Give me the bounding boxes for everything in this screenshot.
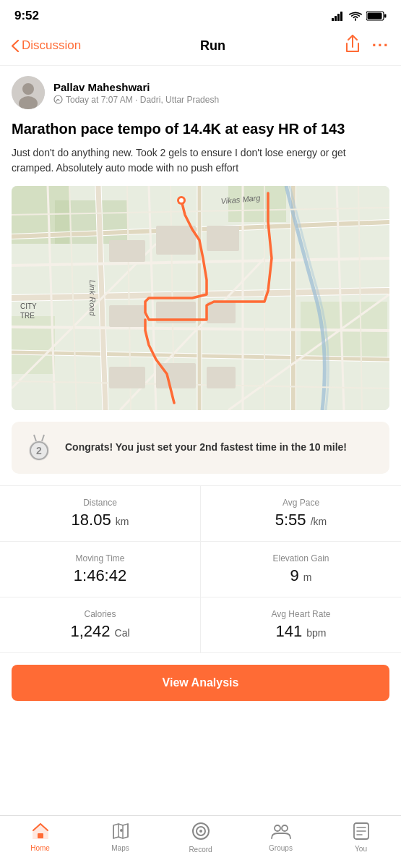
battery-icon: [366, 11, 387, 21]
user-info: Pallav Maheshwari Today at 7:07 AM · Dad…: [53, 81, 219, 105]
achievement-text: Congrats! You just set your 2nd fastest …: [65, 441, 347, 455]
distance-label: Distance: [14, 498, 186, 508]
nav-actions: ···: [345, 35, 389, 56]
map-container[interactable]: Vikas Marg Link Road CITY TRE: [12, 186, 389, 410]
nav-title: Run: [200, 38, 225, 54]
map-svg: Vikas Marg Link Road CITY TRE: [12, 186, 389, 410]
svg-point-59: [179, 198, 184, 203]
svg-rect-5: [384, 14, 387, 18]
avg-pace-value: 5:55 /km: [215, 511, 387, 529]
signal-icon: [332, 12, 345, 21]
stat-elevation: Elevation Gain 9 m: [201, 542, 401, 597]
status-icons: [332, 11, 387, 21]
stat-avg-pace: Avg Pace 5:55 /km: [201, 486, 401, 541]
back-button[interactable]: Discussion: [12, 38, 81, 53]
svg-rect-65: [38, 833, 43, 838]
svg-text:2: 2: [36, 445, 42, 456]
post-title: Marathon pace tempo of 14.4K at easy HR …: [12, 119, 389, 138]
tab-you-label: You: [355, 845, 367, 853]
user-section: Pallav Maheshwari Today at 7:07 AM · Dad…: [0, 66, 401, 116]
tab-maps[interactable]: Maps: [80, 823, 160, 852]
svg-point-8: [22, 83, 34, 95]
svg-text:TRE: TRE: [20, 312, 35, 320]
post-body: Just don't do anything new. Took 2 gels …: [12, 145, 389, 176]
avg-pace-label: Avg Pace: [215, 498, 387, 508]
user-meta: Today at 7:07 AM · Dadri, Uttar Pradesh: [53, 95, 219, 105]
user-meta-text: Today at 7:07 AM · Dadri, Uttar Pradesh: [66, 95, 219, 105]
svg-point-74: [282, 825, 288, 831]
svg-rect-3: [340, 12, 342, 21]
achievement-banner: 2 Congrats! You just set your 2nd fastes…: [12, 422, 389, 474]
svg-rect-1: [335, 16, 337, 21]
wifi-icon: [349, 12, 362, 21]
svg-point-69: [120, 829, 123, 832]
heart-rate-value: 141 bpm: [215, 622, 387, 641]
svg-point-72: [199, 830, 202, 833]
stat-calories: Calories 1,242 Cal: [0, 597, 201, 652]
stats-row-2: Moving Time 1:46:42 Elevation Gain 9 m: [0, 542, 401, 597]
avatar: [12, 76, 45, 109]
svg-line-63: [34, 435, 36, 441]
back-label: Discussion: [22, 38, 81, 53]
stats-grid: Distance 18.05 km Avg Pace 5:55 /km Movi…: [0, 485, 401, 653]
svg-rect-2: [337, 14, 340, 21]
tab-bar: Home Maps Record: [0, 815, 401, 868]
tab-you[interactable]: You: [321, 822, 401, 853]
distance-value: 18.05 km: [14, 511, 186, 529]
elevation-value: 9 m: [215, 566, 387, 585]
calories-label: Calories: [14, 609, 186, 619]
medal-icon: 2: [23, 432, 55, 464]
moving-time-value: 1:46:42: [14, 566, 186, 585]
svg-rect-51: [109, 367, 145, 388]
tab-record[interactable]: Record: [160, 822, 241, 854]
user-name: Pallav Maheshwari: [53, 81, 219, 93]
achievement-badge: 2: [23, 432, 55, 464]
record-icon: [191, 822, 210, 843]
tab-home-label: Home: [30, 844, 50, 852]
maps-icon: [112, 823, 129, 842]
moving-time-label: Moving Time: [14, 553, 186, 563]
svg-text:Link Road: Link Road: [88, 280, 97, 316]
share-icon: [345, 35, 361, 54]
share-button[interactable]: [345, 35, 361, 56]
svg-line-64: [42, 435, 44, 441]
stat-heart-rate: Avg Heart Rate 141 bpm: [201, 597, 401, 652]
stat-distance: Distance 18.05 km: [0, 486, 201, 541]
more-button[interactable]: ···: [372, 36, 389, 55]
tab-home[interactable]: Home: [0, 823, 80, 852]
you-icon: [353, 822, 369, 843]
svg-rect-6: [368, 13, 382, 20]
chevron-left-icon: [12, 40, 19, 52]
view-analysis-button[interactable]: View Analysis: [12, 665, 389, 701]
status-time: 9:52: [14, 9, 39, 23]
tab-maps-label: Maps: [111, 844, 129, 852]
svg-point-73: [275, 825, 280, 831]
svg-rect-50: [207, 302, 236, 323]
heart-rate-label: Avg Heart Rate: [215, 609, 387, 619]
tab-groups[interactable]: Groups: [241, 823, 321, 852]
post-content: Marathon pace tempo of 14.4K at easy HR …: [0, 116, 401, 186]
svg-rect-0: [332, 18, 334, 21]
svg-rect-45: [109, 240, 145, 262]
stat-moving-time: Moving Time 1:46:42: [0, 542, 201, 597]
status-bar: 9:52: [0, 0, 401, 29]
svg-text:CITY: CITY: [20, 302, 37, 310]
tab-record-label: Record: [189, 846, 212, 854]
svg-rect-48: [109, 305, 145, 327]
elevation-label: Elevation Gain: [215, 553, 387, 563]
tab-groups-label: Groups: [269, 844, 293, 852]
run-icon: [53, 95, 63, 104]
groups-icon: [271, 823, 291, 842]
stats-row-1: Distance 18.05 km Avg Pace 5:55 /km: [0, 486, 401, 542]
home-icon: [32, 823, 49, 842]
stats-row-3: Calories 1,242 Cal Avg Heart Rate 141 bp…: [0, 597, 401, 653]
nav-header: Discussion Run ···: [0, 29, 401, 66]
svg-rect-46: [156, 226, 196, 255]
calories-value: 1,242 Cal: [14, 622, 186, 641]
svg-rect-47: [207, 226, 239, 251]
svg-rect-53: [207, 367, 236, 388]
